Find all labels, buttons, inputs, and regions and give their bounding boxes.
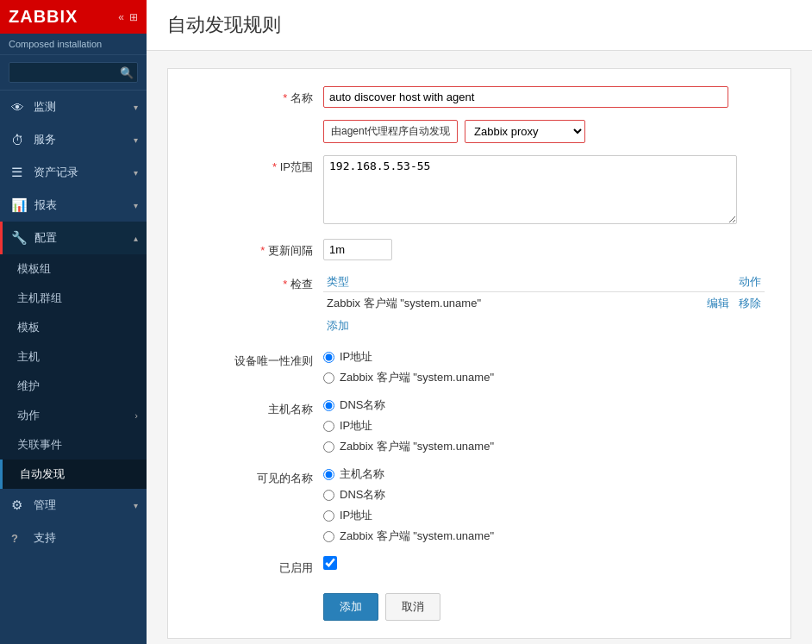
uniqueness-control: IP地址 Zabbix 客户端 "system.uname" bbox=[323, 349, 765, 385]
sidebar-item-config[interactable]: 🔧 配置 ▴ bbox=[0, 222, 147, 254]
reports-icon: 📊 bbox=[11, 197, 28, 213]
visiblename-uname-radio[interactable] bbox=[323, 531, 334, 542]
sidebar-item-config-label: 配置 bbox=[34, 230, 127, 246]
uniqueness-ip-item[interactable]: IP地址 bbox=[323, 349, 765, 365]
name-input[interactable] bbox=[323, 86, 728, 108]
enabled-label: 已启用 bbox=[185, 556, 323, 576]
cancel-button[interactable]: 取消 bbox=[385, 593, 440, 621]
checks-edit-link[interactable]: 编辑 bbox=[707, 297, 729, 309]
visiblename-ip-label: IP地址 bbox=[340, 508, 372, 523]
sidebar-item-templates[interactable]: 模板 bbox=[0, 313, 147, 342]
sidebar-item-maintenance[interactable]: 维护 bbox=[0, 372, 147, 401]
visiblename-hostname-label: 主机名称 bbox=[340, 466, 384, 482]
actions-label: 动作 bbox=[17, 408, 40, 423]
sidebar-item-template-groups[interactable]: 模板组 bbox=[0, 254, 147, 284]
hostname-dns-item[interactable]: DNS名称 bbox=[323, 397, 765, 413]
sidebar-item-monitor[interactable]: 👁 监测 ▾ bbox=[0, 91, 147, 123]
hostname-ip-radio[interactable] bbox=[323, 421, 334, 432]
hostname-uname-item[interactable]: Zabbix 客户端 "system.uname" bbox=[323, 439, 765, 454]
page-title: 自动发现规则 bbox=[167, 14, 281, 35]
autodiscovery-label: 自动发现 bbox=[20, 466, 65, 482]
proxy-select[interactable]: Zabbix proxy 无代理 bbox=[465, 120, 585, 143]
sidebar-item-monitor-label: 监测 bbox=[34, 99, 127, 115]
assets-icon: ☰ bbox=[11, 165, 27, 180]
checks-add-row: 添加 bbox=[323, 315, 765, 337]
checks-row-type: Zabbix 客户端 "system.uname" bbox=[323, 292, 678, 316]
sidebar-search-container: 🔍 bbox=[0, 55, 147, 91]
config-arrow: ▴ bbox=[134, 234, 138, 243]
sidebar-item-hosts[interactable]: 主机 bbox=[0, 342, 147, 372]
sidebar-item-assets[interactable]: ☰ 资产记录 ▾ bbox=[0, 156, 147, 189]
visiblename-uname-label: Zabbix 客户端 "system.uname" bbox=[340, 528, 494, 544]
checks-col-type: 类型 bbox=[323, 272, 678, 292]
hostname-control: DNS名称 IP地址 Zabbix 客户端 "system.uname" bbox=[323, 397, 765, 454]
sidebar-item-host-groups[interactable]: 主机群组 bbox=[0, 284, 147, 313]
hostname-label: 主机名称 bbox=[185, 397, 323, 417]
search-input[interactable] bbox=[9, 62, 138, 83]
maintenance-label: 维护 bbox=[17, 378, 40, 394]
sidebar-item-actions[interactable]: 动作 › bbox=[0, 401, 147, 430]
search-icon: 🔍 bbox=[120, 66, 134, 79]
sidebar-item-admin[interactable]: ⚙ 管理 ▾ bbox=[0, 489, 147, 522]
uniqueness-uname-radio[interactable] bbox=[323, 372, 334, 384]
page-header: 自动发现规则 bbox=[147, 0, 812, 51]
submit-button[interactable]: 添加 bbox=[323, 593, 378, 621]
proxy-label bbox=[185, 120, 323, 124]
hostname-dns-radio[interactable] bbox=[323, 400, 334, 411]
services-arrow: ▾ bbox=[134, 135, 138, 145]
visiblename-hostname-radio[interactable] bbox=[323, 469, 334, 480]
checks-label: 检查 bbox=[185, 272, 323, 292]
grid-icon[interactable]: ⊞ bbox=[129, 11, 138, 23]
sidebar-item-support[interactable]: ? 支持 bbox=[0, 522, 147, 554]
visiblename-label: 可见的名称 bbox=[185, 466, 323, 486]
form-row-checks: 检查 类型 动作 Zabbix 客户端 "system.uname" bbox=[185, 272, 765, 337]
collapse-icon[interactable]: « bbox=[118, 11, 124, 23]
sidebar-item-admin-label: 管理 bbox=[34, 497, 127, 513]
sidebar: ZABBIX « ⊞ Composed installation 🔍 👁 监测 … bbox=[0, 0, 147, 644]
checks-remove-link[interactable]: 移除 bbox=[739, 297, 761, 309]
visiblename-dns-radio[interactable] bbox=[323, 490, 334, 501]
visiblename-ip-radio[interactable] bbox=[323, 510, 334, 522]
monitor-arrow: ▾ bbox=[134, 103, 138, 112]
visiblename-uname-item[interactable]: Zabbix 客户端 "system.uname" bbox=[323, 528, 765, 544]
uniqueness-ip-radio[interactable] bbox=[323, 352, 334, 363]
enabled-checkbox[interactable] bbox=[323, 556, 337, 570]
ip-textarea[interactable]: 192.168.5.53-55 bbox=[323, 155, 737, 224]
zabbix-logo: ZABBIX bbox=[9, 7, 78, 27]
sidebar-item-assets-label: 资产记录 bbox=[34, 165, 127, 180]
visiblename-dns-label: DNS名称 bbox=[340, 487, 385, 503]
main-content: 自动发现规则 名称 由agent代理程序自动发现 Zabbix proxy 无代… bbox=[147, 0, 812, 644]
sidebar-item-services[interactable]: ⏱ 服务 ▾ bbox=[0, 123, 147, 156]
admin-arrow: ▾ bbox=[134, 501, 138, 510]
templates-label: 模板 bbox=[17, 320, 40, 335]
form-row-proxy: 由agent代理程序自动发现 Zabbix proxy 无代理 bbox=[185, 120, 765, 143]
checks-add-link[interactable]: 添加 bbox=[327, 319, 349, 332]
form-row-ip: IP范围 192.168.5.53-55 bbox=[185, 155, 765, 227]
form-row-hostname: 主机名称 DNS名称 IP地址 Zabbix 客户端 "system.uname… bbox=[185, 397, 765, 454]
name-label: 名称 bbox=[185, 86, 323, 106]
visiblename-hostname-item[interactable]: 主机名称 bbox=[323, 466, 765, 482]
proxy-agent-button[interactable]: 由agent代理程序自动发现 bbox=[323, 120, 458, 143]
actions-arrow: › bbox=[134, 410, 138, 421]
config-icon: 🔧 bbox=[11, 230, 28, 246]
checks-add-cell: 添加 bbox=[323, 315, 765, 337]
sidebar-item-autodiscovery[interactable]: 自动发现 bbox=[0, 460, 147, 489]
visiblename-ip-item[interactable]: IP地址 bbox=[323, 508, 765, 523]
visiblename-dns-item[interactable]: DNS名称 bbox=[323, 487, 765, 503]
interval-input[interactable] bbox=[323, 239, 392, 260]
sidebar-item-reports[interactable]: 📊 报表 ▾ bbox=[0, 189, 147, 222]
hostname-uname-radio[interactable] bbox=[323, 441, 334, 453]
hostname-ip-label: IP地址 bbox=[340, 418, 372, 434]
sidebar-item-correlated-events[interactable]: 关联事件 bbox=[0, 430, 147, 460]
uniqueness-uname-item[interactable]: Zabbix 客户端 "system.uname" bbox=[323, 370, 765, 385]
checks-col-action: 动作 bbox=[678, 272, 765, 292]
host-groups-label: 主机群组 bbox=[17, 291, 62, 306]
assets-arrow: ▾ bbox=[134, 168, 138, 178]
support-icon: ? bbox=[11, 532, 27, 545]
form-row-visiblename: 可见的名称 主机名称 DNS名称 IP地址 bbox=[185, 466, 765, 544]
hostname-ip-item[interactable]: IP地址 bbox=[323, 418, 765, 434]
checks-control: 类型 动作 Zabbix 客户端 "system.uname" 编辑 移除 bbox=[323, 272, 765, 337]
enabled-control bbox=[323, 556, 765, 570]
form-row-name: 名称 bbox=[185, 86, 765, 108]
name-control bbox=[323, 86, 765, 108]
